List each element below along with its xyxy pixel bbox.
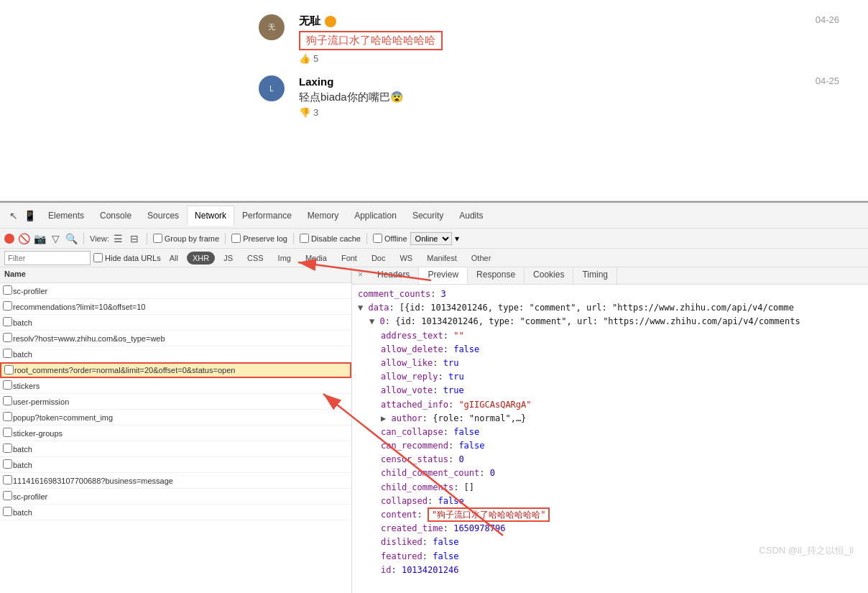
filter-input[interactable]	[4, 251, 91, 265]
tab-preview[interactable]: Preview	[419, 267, 468, 284]
tab-performance[interactable]: Performance	[234, 206, 300, 226]
selected-network-item[interactable]: root_comments?order=normal&limit=20&offs…	[0, 362, 351, 378]
search-icon[interactable]: 🔍	[65, 232, 78, 245]
preserve-log-label[interactable]: Preserve log	[231, 234, 287, 243]
tab-sources[interactable]: Sources	[139, 206, 187, 226]
filter-ws[interactable]: WS	[394, 252, 418, 265]
hide-data-urls-label[interactable]: Hide data URLs	[93, 253, 161, 262]
network-list: Name sc-profiler recommendations?limit=1…	[0, 267, 352, 593]
group-by-frame-label[interactable]: Group by frame	[153, 234, 219, 243]
item-cb[interactable]	[3, 475, 12, 484]
tab-audits[interactable]: Audits	[451, 206, 491, 226]
filter-media[interactable]: Media	[300, 252, 333, 265]
item-cb[interactable]	[3, 507, 12, 516]
json-line: can_collapse: false	[358, 426, 862, 439]
tab-memory[interactable]: Memory	[300, 206, 346, 226]
record-button[interactable]	[4, 234, 14, 244]
pointer-icon[interactable]: ↖	[7, 209, 20, 222]
list-item[interactable]: sticker-groups	[0, 426, 351, 441]
stop-icon[interactable]: 🚫	[17, 232, 30, 245]
offline-label[interactable]: Offline	[373, 234, 407, 243]
list-item[interactable]: user-permission	[0, 394, 351, 410]
avatar-2: L	[259, 75, 285, 101]
tab-timing[interactable]: Timing	[573, 267, 617, 284]
item-cb[interactable]	[3, 333, 12, 342]
filter-img[interactable]: Img	[272, 252, 297, 265]
list-item[interactable]: sc-profiler	[0, 489, 351, 505]
json-line: censor_status: 0	[358, 453, 862, 466]
content-highlighted-line: content: "狗子流口水了哈哈哈哈哈哈"	[358, 508, 862, 522]
username-2: Laxing	[299, 75, 404, 88]
item-cb[interactable]	[3, 396, 12, 405]
item-cb[interactable]	[3, 428, 12, 437]
tab-console[interactable]: Console	[92, 206, 139, 226]
list-item[interactable]: sc-profiler	[0, 283, 351, 299]
filter-all[interactable]: All	[164, 252, 184, 265]
filter-manifest[interactable]: Manifest	[421, 252, 463, 265]
json-line: author: {role: "normal",…}	[358, 412, 862, 426]
item-cb[interactable]	[3, 443, 12, 453]
item-cb[interactable]	[3, 349, 12, 358]
mobile-icon[interactable]: 📱	[23, 209, 36, 222]
expand-author-icon[interactable]	[381, 413, 386, 423]
item-cb[interactable]	[3, 412, 12, 421]
comment-likes-2: 👎 3	[299, 107, 404, 118]
hide-data-urls-cb[interactable]	[93, 253, 103, 262]
tab-cookies[interactable]: Cookies	[525, 267, 573, 284]
tab-elements[interactable]: Elements	[40, 206, 92, 226]
tab-security[interactable]: Security	[405, 206, 451, 226]
disable-cache-label[interactable]: Disable cache	[300, 234, 361, 243]
list-item[interactable]: batch	[0, 457, 351, 473]
name-column-header: Name	[0, 267, 351, 282]
camera-icon[interactable]: 📷	[33, 232, 46, 245]
list-item[interactable]: recommendations?limit=10&offset=10	[0, 299, 351, 315]
item-cb[interactable]	[3, 317, 12, 326]
expand-data-icon[interactable]	[358, 303, 363, 313]
item-cb[interactable]	[3, 285, 12, 295]
json-line: created_time: 1650978796	[358, 522, 862, 535]
close-panel-button[interactable]: ×	[352, 267, 369, 284]
group-by-frame-cb[interactable]	[153, 234, 162, 243]
offline-cb[interactable]	[373, 234, 382, 243]
item-cb[interactable]	[3, 380, 12, 390]
list-item[interactable]: stickers	[0, 378, 351, 394]
comment-text-1: 狗子流口水了哈哈哈哈哈哈	[299, 31, 443, 50]
devtools-panel: ↖ 📱 Elements Console Sources Network Per…	[0, 201, 868, 593]
expand-item0-icon[interactable]	[369, 316, 374, 326]
json-line: allow_reply: tru	[358, 370, 862, 384]
filter-font[interactable]: Font	[336, 252, 363, 265]
item-cb[interactable]	[3, 491, 12, 500]
list-view-icon[interactable]: ☰	[112, 232, 125, 245]
tab-headers[interactable]: Headers	[369, 267, 419, 284]
list-item[interactable]: resolv?host=www.zhihu.com&os_type=web	[0, 331, 351, 346]
item-cb[interactable]	[3, 459, 12, 469]
network-throttle-select[interactable]: Online	[410, 232, 452, 245]
filter-css[interactable]: CSS	[241, 252, 269, 265]
list-item[interactable]: batch	[0, 505, 351, 520]
list-item[interactable]: batch	[0, 441, 351, 457]
tab-response[interactable]: Response	[468, 267, 525, 284]
network-list-header: Name	[0, 267, 351, 283]
tab-application[interactable]: Application	[346, 206, 405, 226]
watermark: CSDN @il_持之以恒_li	[759, 544, 854, 557]
list-item[interactable]: batch	[0, 315, 351, 331]
disable-cache-cb[interactable]	[300, 234, 309, 243]
json-line: collapsed: false	[358, 495, 862, 508]
list-item[interactable]: 11141616983107700688?business=message	[0, 473, 351, 489]
list-item[interactable]: batch	[0, 346, 351, 362]
filter-xhr[interactable]: XHR	[187, 252, 215, 265]
filter-other[interactable]: Other	[466, 252, 497, 265]
tab-network[interactable]: Network	[187, 206, 234, 226]
json-line: allow_like: tru	[358, 357, 862, 370]
item-cb[interactable]	[4, 365, 14, 374]
filter-doc[interactable]: Doc	[366, 252, 392, 265]
badge-1	[325, 16, 336, 27]
network-items-list[interactable]: sc-profiler recommendations?limit=10&off…	[0, 283, 351, 593]
devtools-tabs-row: ↖ 📱 Elements Console Sources Network Per…	[0, 203, 868, 229]
list-item[interactable]: popup?token=comment_img	[0, 410, 351, 426]
grid-view-icon[interactable]: ⊟	[128, 232, 141, 245]
preserve-log-cb[interactable]	[231, 234, 241, 243]
filter-icon[interactable]: ▽	[49, 232, 62, 245]
filter-js[interactable]: JS	[218, 252, 239, 265]
item-cb[interactable]	[3, 301, 12, 311]
